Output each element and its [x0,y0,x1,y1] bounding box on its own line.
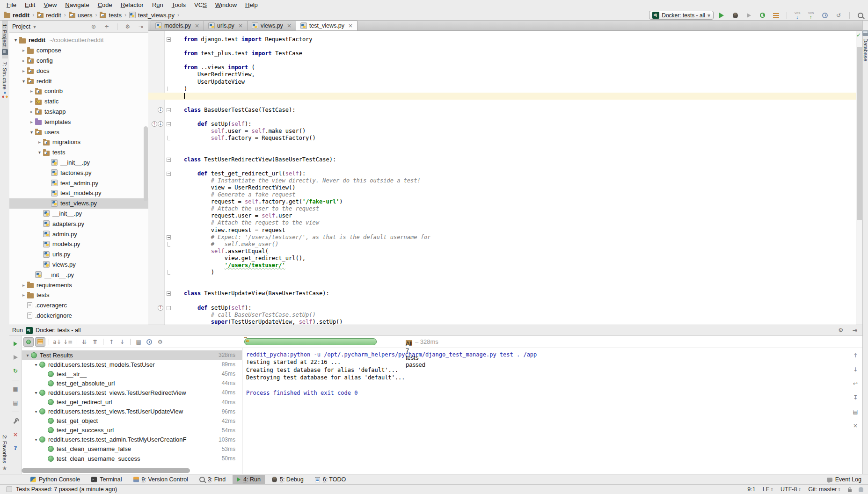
hide-button[interactable]: ⇥ [850,326,860,335]
toggle-auto-test-button[interactable]: ↻ [11,366,20,376]
expand-all-button[interactable]: ⇊ [80,337,89,347]
scrollbar-thumb[interactable] [22,468,190,473]
rerun-failed-button[interactable] [11,353,20,362]
test-item-test_get_success_url[interactable]: test_get_success_url54ms [22,426,242,435]
expanded-arrow-icon[interactable]: ▾ [33,409,39,414]
project-item-views.py[interactable]: views.py [9,260,148,270]
close-icon[interactable]: × [348,22,353,29]
toolwindow-tab--todo[interactable]: 6: TODO [311,475,350,484]
test-item-reddit.users.tests.test_models.TestUser[interactable]: ▾reddit.users.tests.test_models.TestUser… [22,360,242,369]
test-console-output[interactable]: reddit_pycha:python -u /opt/.pycharm_hel… [242,348,848,474]
highlighting-level-icon[interactable] [859,487,863,492]
toolwindow-tab--version-control[interactable]: 9: Version Control [129,475,192,484]
breadcrumb-reddit[interactable]: reddit [37,12,61,19]
locate-button[interactable]: ⊕ [89,22,98,31]
print-button[interactable]: ▤ [851,407,860,416]
project-item-__init__.py[interactable]: __init__.py [9,209,148,219]
fold-collapse-icon[interactable] [167,37,171,42]
menu-view[interactable]: View [39,0,61,9]
expanded-arrow-icon[interactable]: ▾ [28,130,35,135]
overrides-icon[interactable]: ↑ [158,305,163,311]
to-top-button[interactable]: ↑ [851,351,860,360]
fold-collapse-icon[interactable] [167,122,171,126]
fold-collapse-icon[interactable] [167,306,171,310]
menu-help[interactable]: Help [241,0,262,9]
tool-tab-2-favorites[interactable]: 2: Favorites★ [2,432,7,474]
test-item-test__str__[interactable]: test__str__45ms [22,369,242,378]
expanded-arrow-icon[interactable]: ▾ [33,362,39,367]
settings-button[interactable]: ⚙ [836,326,846,335]
menu-run[interactable]: Run [148,0,168,9]
status-icon[interactable] [7,487,12,492]
close-button[interactable]: × [11,430,20,439]
project-item-admin.py[interactable]: admin.py [9,229,148,239]
project-item-test_views.py[interactable]: test_views.py [9,198,148,209]
project-item-tests[interactable]: ▾tests [9,147,148,158]
overrides-icon[interactable]: ↑ [152,121,157,127]
expanded-arrow-icon[interactable]: ▾ [33,437,39,442]
menu-navigate[interactable]: Navigate [61,0,93,9]
test-item-test_get_absolute_url[interactable]: test_get_absolute_url44ms [22,378,242,388]
tool-tab-7-structure[interactable]: 7: Structure [2,58,8,101]
fold-collapse-icon[interactable] [167,172,171,176]
test-item-reddit.users.tests.test_views.TestUserRedirectView[interactable]: ▾reddit.users.tests.test_views.TestUserR… [22,388,242,397]
toolwindow-tab-python-console[interactable]: Python Console [26,475,84,484]
project-item-test_models.py[interactable]: test_models.py [9,188,148,198]
tools-button[interactable] [11,416,20,426]
stop-button[interactable]: ■ [11,385,20,394]
breadcrumb-users[interactable]: users [69,12,93,19]
breadcrumb-test_views.py[interactable]: test_views.py [129,12,175,19]
collapsed-arrow-icon[interactable]: ▸ [20,48,27,53]
collapse-all-button[interactable]: ÷ [102,22,111,31]
chevron-down-icon[interactable]: ▾ [33,24,36,29]
test-item-test_clean_username_success[interactable]: test_clean_username_success50ms [22,454,242,463]
editor-scrollbar[interactable] [856,31,863,325]
toolwindow-tab-terminal[interactable]: Terminal [87,475,126,484]
open-results-button[interactable]: ▤ [11,398,20,407]
line-separator-widget[interactable]: LF⇕ [763,486,773,493]
project-item-templates[interactable]: ▸templates [9,116,148,127]
project-item-static[interactable]: ▸static [9,96,148,107]
expanded-arrow-icon[interactable]: ▾ [20,79,27,84]
inspections-ok-icon[interactable]: ✓ [856,32,861,38]
coverage-button[interactable] [744,11,753,20]
breadcrumb-reddit[interactable]: reddit [4,12,29,19]
test-tree-hscrollbar[interactable] [22,468,242,473]
test-item-test_get_object[interactable]: test_get_object42ms [22,416,242,426]
menu-file[interactable]: File [2,0,21,9]
rollback-button[interactable]: ↺ [834,11,843,20]
overridden-icon[interactable]: ↓ [158,121,163,127]
toolwindow-tab--find[interactable]: 3: Find [195,475,230,484]
run-button[interactable] [717,11,726,20]
help-button[interactable]: ? [11,443,20,453]
test-item-test_get_redirect_url[interactable]: test_get_redirect_url40ms [22,397,242,407]
expanded-arrow-icon[interactable]: ▾ [33,390,39,395]
menu-tools[interactable]: Tools [168,0,190,9]
clear-button[interactable]: × [851,421,860,430]
concurrency-button[interactable] [771,11,780,20]
settings-button[interactable]: ⚙ [155,337,165,347]
rerun-button[interactable] [11,339,20,349]
menu-window[interactable]: Window [211,0,241,9]
expanded-arrow-icon[interactable]: ▾ [36,150,43,155]
project-item-requirements[interactable]: ▸requirements [9,280,148,290]
vcs-update-button[interactable] [793,11,802,20]
project-item-config[interactable]: ▸config [9,56,148,66]
git-branch-widget[interactable]: Git: master⇕ [808,486,841,493]
export-results-button[interactable]: ▤ [134,337,143,347]
vcs-commit-button[interactable] [807,11,816,20]
project-item-.dockerignore[interactable]: .dockerignore [9,311,148,321]
event-log-button[interactable]: Event Log [835,476,861,483]
close-icon[interactable]: × [287,22,292,29]
project-item-adapters.py[interactable]: adapters.py [9,218,148,229]
fold-collapse-icon[interactable] [167,158,171,162]
menu-edit[interactable]: Edit [21,0,39,9]
project-item-factories.py[interactable]: factories.py [9,167,148,178]
collapsed-arrow-icon[interactable]: ▸ [36,139,43,145]
collapsed-arrow-icon[interactable]: ▸ [20,283,27,288]
toolwindow-tab--debug[interactable]: 5: Debug [268,475,308,484]
overridden-icon[interactable]: ↓ [158,107,163,113]
editor-tab-urls.py[interactable]: urls.py× [204,21,248,30]
collapsed-arrow-icon[interactable]: ▸ [28,119,35,124]
test-item-reddit.users.tests.test_admin.TestMyUserCreationF[interactable]: ▾reddit.users.tests.test_admin.TestMyUse… [22,435,242,444]
